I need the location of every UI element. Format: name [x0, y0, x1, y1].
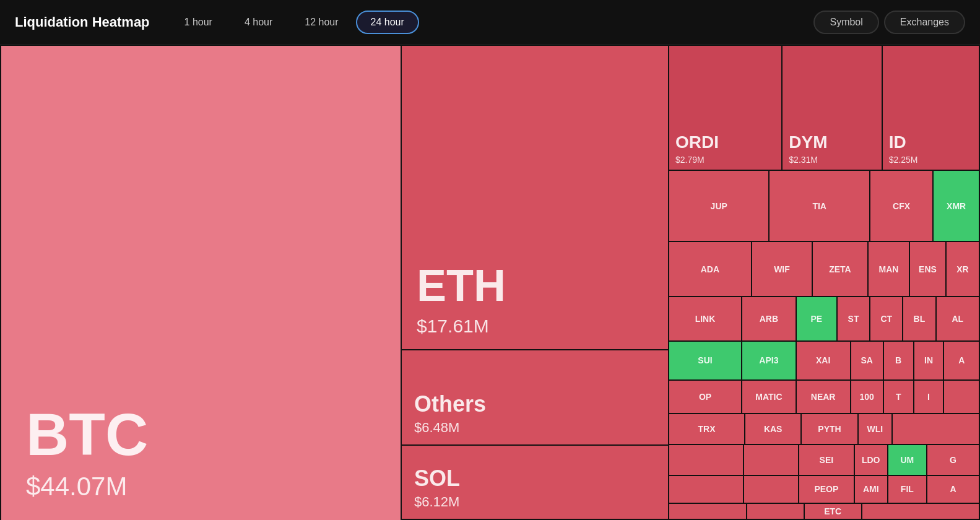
ada-cell[interactable]: ADA	[669, 242, 751, 296]
row8-cell1[interactable]	[669, 445, 743, 475]
st-cell[interactable]: ST	[838, 297, 869, 340]
in-cell[interactable]: IN	[914, 342, 943, 379]
sol-value: $6.12M	[414, 494, 656, 510]
eth-cell[interactable]: ETH $17.61M	[402, 46, 668, 349]
row10-c1[interactable]	[669, 504, 746, 519]
pyth-cell[interactable]: PYTH	[802, 414, 857, 444]
ct-name: CT	[880, 314, 892, 324]
um-cell[interactable]: UM	[888, 445, 926, 475]
g-name: G	[950, 455, 956, 465]
exchanges-tab[interactable]: Exchanges	[884, 11, 965, 34]
xr-cell[interactable]: XR	[947, 242, 979, 296]
cfx-name: CFX	[893, 201, 910, 211]
row8-cell2[interactable]	[744, 445, 799, 475]
others-name: Others	[414, 391, 656, 417]
100-name: 100	[859, 392, 874, 402]
xr-name: XR	[956, 264, 968, 274]
symbol-tab[interactable]: Symbol	[813, 11, 878, 34]
op-cell[interactable]: OP	[669, 381, 741, 413]
kas-cell[interactable]: KAS	[745, 414, 800, 444]
wif-cell[interactable]: WIF	[752, 242, 812, 296]
fil-cell[interactable]: FIL	[888, 476, 926, 503]
row9-c2[interactable]	[744, 476, 799, 503]
trx-cell[interactable]: TRX	[669, 414, 744, 444]
row9-c1[interactable]	[669, 476, 743, 503]
sa-cell[interactable]: SA	[851, 342, 883, 379]
bl-name: BL	[914, 314, 926, 324]
bl-cell[interactable]: BL	[903, 297, 935, 340]
ldo-cell[interactable]: LDO	[855, 445, 887, 475]
id-name: ID	[889, 132, 973, 152]
a-cell-5[interactable]: A	[944, 342, 979, 379]
row6-last[interactable]	[944, 381, 979, 413]
tab-4hour[interactable]: 4 hour	[230, 11, 287, 34]
ordi-cell[interactable]: ORDI $2.79M	[669, 46, 781, 170]
row10-c4[interactable]	[862, 504, 979, 519]
wli-cell[interactable]: WLI	[859, 414, 891, 444]
100-cell[interactable]: 100	[851, 381, 883, 413]
i-cell[interactable]: I	[914, 381, 943, 413]
man-cell[interactable]: MAN	[869, 242, 909, 296]
wif-name: WIF	[774, 264, 790, 274]
row7-last[interactable]	[893, 414, 979, 444]
pe-cell[interactable]: PE	[797, 297, 836, 340]
row6: OP MATIC NEAR 100 T I	[669, 381, 979, 413]
tab-12hour[interactable]: 12 hour	[290, 11, 353, 34]
link-cell[interactable]: LINK	[669, 297, 741, 340]
dym-cell[interactable]: DYM $2.31M	[783, 46, 882, 170]
middle-column: ETH $17.61M Others $6.48M SOL $6.12M	[402, 46, 668, 519]
dym-value: $2.31M	[789, 155, 875, 165]
b-cell[interactable]: B	[884, 342, 913, 379]
row10: ETC	[669, 504, 979, 519]
sa-name: SA	[861, 355, 872, 365]
al-cell[interactable]: AL	[937, 297, 979, 340]
eth-name: ETH	[417, 260, 653, 311]
arb-cell[interactable]: ARB	[742, 297, 796, 340]
sei-cell[interactable]: SEI	[799, 445, 854, 475]
id-cell[interactable]: ID $2.25M	[883, 46, 979, 170]
row10-c2[interactable]	[747, 504, 804, 519]
t-cell[interactable]: T	[884, 381, 913, 413]
t-name: T	[896, 392, 901, 402]
sui-name: SUI	[698, 355, 712, 365]
xmr-cell[interactable]: XMR	[934, 171, 979, 241]
others-cell[interactable]: Others $6.48M	[402, 350, 668, 444]
row3: ADA WIF ZETA MAN ENS XR	[669, 242, 979, 296]
ordi-name: ORDI	[675, 132, 775, 152]
tab-24hour[interactable]: 24 hour	[356, 11, 419, 34]
a-name-5: A	[958, 355, 965, 365]
zeta-name: ZETA	[829, 264, 851, 274]
id-value: $2.25M	[889, 155, 973, 165]
pe-name: PE	[811, 314, 823, 324]
jup-cell[interactable]: JUP	[669, 171, 768, 241]
op-name: OP	[699, 392, 711, 402]
matic-name: MATIC	[755, 392, 782, 402]
tia-cell[interactable]: TIA	[770, 171, 869, 241]
btc-cell[interactable]: BTC $44.07M	[1, 46, 401, 520]
xai-cell[interactable]: XAI	[797, 342, 850, 379]
matic-cell[interactable]: MATIC	[742, 381, 796, 413]
sei-name: SEI	[820, 455, 834, 465]
api3-cell[interactable]: API3	[742, 342, 796, 379]
row8: SEI LDO UM G	[669, 445, 979, 475]
etc-cell[interactable]: ETC	[805, 504, 861, 519]
near-cell[interactable]: NEAR	[797, 381, 850, 413]
zeta-cell[interactable]: ZETA	[813, 242, 867, 296]
right-column: ORDI $2.79M DYM $2.31M ID $2.25M JUP TIA…	[669, 46, 979, 519]
arb-name: ARB	[760, 314, 778, 324]
jup-name: JUP	[711, 201, 727, 211]
row9-c6[interactable]: A	[927, 476, 979, 503]
ada-name: ADA	[701, 264, 719, 274]
ami-cell[interactable]: AMI	[855, 476, 887, 503]
sui-cell[interactable]: SUI	[669, 342, 741, 379]
sol-cell[interactable]: SOL $6.12M	[402, 446, 668, 519]
pyth-name: PYTH	[818, 424, 841, 434]
ens-cell[interactable]: ENS	[910, 242, 945, 296]
row4: LINK ARB PE ST CT BL AL	[669, 297, 979, 340]
tab-1hour[interactable]: 1 hour	[170, 11, 227, 34]
g-cell[interactable]: G	[927, 445, 979, 475]
peop-cell[interactable]: PEOP	[799, 476, 854, 503]
ct-cell[interactable]: CT	[870, 297, 902, 340]
header: Liquidation Heatmap 1 hour 4 hour 12 hou…	[0, 0, 980, 45]
cfx-cell[interactable]: CFX	[870, 171, 932, 241]
